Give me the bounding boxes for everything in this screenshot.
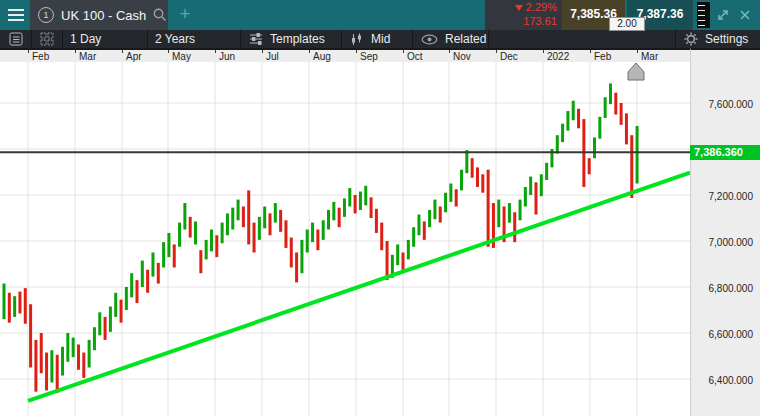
price-bar bbox=[620, 103, 623, 125]
price-bar bbox=[167, 233, 170, 257]
price-bar bbox=[56, 355, 59, 393]
x-axis-tick bbox=[28, 50, 29, 53]
x-axis-tick bbox=[496, 50, 497, 53]
price-bar bbox=[412, 227, 415, 247]
expand-window-icon[interactable] bbox=[715, 7, 731, 23]
chart-list-button[interactable] bbox=[0, 30, 32, 48]
spread-badge: 2.00 bbox=[609, 17, 645, 31]
price-bar bbox=[66, 333, 69, 362]
instrument-title: UK 100 - Cash bbox=[61, 8, 146, 23]
price-chart[interactable] bbox=[0, 48, 690, 416]
price-bar bbox=[61, 347, 64, 376]
price-bar bbox=[316, 230, 319, 251]
price-bar bbox=[593, 138, 596, 159]
price-bar bbox=[221, 223, 224, 244]
price-bar bbox=[274, 203, 277, 223]
layout-grid-button[interactable] bbox=[32, 30, 63, 48]
price-bar bbox=[8, 293, 11, 323]
current-price-label: 7,386.360 bbox=[690, 145, 760, 160]
price-bar bbox=[609, 83, 612, 104]
templates-button[interactable]: Templates bbox=[241, 30, 342, 48]
x-axis-label: Jun bbox=[219, 51, 235, 62]
related-button[interactable]: Related bbox=[413, 30, 489, 48]
price-bar bbox=[125, 287, 128, 310]
price-bar bbox=[77, 345, 80, 370]
price-bar bbox=[18, 292, 21, 314]
price-bar bbox=[455, 189, 458, 206]
window-header: 1 UK 100 - Cash + 2.29% 173.61 7,385.36 … bbox=[0, 0, 760, 30]
price-bar bbox=[375, 209, 378, 233]
x-axis-tick bbox=[637, 50, 638, 53]
settings-button[interactable]: Settings bbox=[676, 30, 760, 48]
x-axis-label: Nov bbox=[453, 51, 471, 62]
price-bar bbox=[433, 200, 436, 220]
price-bar bbox=[13, 296, 16, 317]
y-axis[interactable]: 7,600.0007,200.0007,000.0006,800.0006,60… bbox=[690, 48, 760, 416]
templates-label: Templates bbox=[263, 32, 331, 46]
hamburger-menu-button[interactable] bbox=[0, 0, 30, 30]
related-label: Related bbox=[438, 32, 492, 46]
price-bar bbox=[183, 203, 186, 229]
price-bar bbox=[247, 190, 250, 244]
price-bar bbox=[72, 338, 75, 358]
price-bar bbox=[24, 288, 27, 324]
price-bar bbox=[45, 353, 48, 391]
price-bar bbox=[322, 220, 325, 240]
price-bar bbox=[630, 135, 633, 198]
price-bar bbox=[242, 207, 245, 228]
price-bar bbox=[104, 317, 107, 340]
x-axis-label: Feb bbox=[32, 51, 49, 62]
instrument-number-badge: 1 bbox=[38, 7, 54, 23]
price-bar bbox=[205, 240, 208, 260]
price-bar bbox=[423, 221, 426, 239]
price-bar bbox=[210, 230, 213, 252]
price-bar bbox=[572, 101, 575, 121]
price-bar bbox=[370, 197, 373, 218]
price-bar bbox=[529, 177, 532, 195]
price-bar bbox=[598, 117, 601, 139]
price-bar bbox=[556, 135, 559, 153]
instrument-tab[interactable]: 1 UK 100 - Cash bbox=[30, 0, 168, 30]
price-bar bbox=[114, 293, 117, 317]
add-tab-button[interactable]: + bbox=[174, 0, 196, 30]
x-axis-tick bbox=[543, 50, 544, 53]
price-bar bbox=[460, 170, 463, 191]
price-bar bbox=[284, 220, 287, 248]
interval-selector[interactable]: 1 Day bbox=[63, 30, 148, 48]
ladder-icon[interactable] bbox=[697, 2, 710, 28]
y-axis-label: 7,200.000 bbox=[709, 191, 754, 202]
x-axis-label: Oct bbox=[407, 51, 423, 62]
price-bar bbox=[540, 174, 543, 196]
price-bar bbox=[407, 240, 410, 260]
price-bar bbox=[263, 207, 266, 229]
x-axis-tick bbox=[75, 50, 76, 53]
price-type-button[interactable]: Mid bbox=[342, 30, 413, 48]
price-bar bbox=[120, 300, 123, 323]
price-bar bbox=[189, 217, 192, 238]
price-bar bbox=[141, 261, 144, 287]
price-bar bbox=[417, 215, 420, 236]
y-axis-label: 7,600.000 bbox=[709, 99, 754, 110]
x-axis-tick bbox=[215, 50, 216, 53]
x-axis-tick bbox=[262, 50, 263, 53]
price-bar bbox=[194, 221, 197, 244]
price-bar bbox=[300, 240, 303, 273]
close-window-icon[interactable] bbox=[737, 7, 753, 23]
range-selector[interactable]: 2 Years bbox=[148, 30, 241, 48]
y-axis-label: 6,800.000 bbox=[709, 283, 754, 294]
price-bar bbox=[481, 174, 484, 192]
price-bar bbox=[130, 273, 133, 297]
price-bar bbox=[402, 253, 405, 270]
price-bar bbox=[508, 203, 511, 223]
price-bar bbox=[386, 241, 389, 280]
price-bar bbox=[428, 210, 431, 227]
price-bar bbox=[566, 111, 569, 131]
search-icon[interactable] bbox=[152, 7, 168, 23]
price-bar bbox=[625, 113, 628, 144]
price-bar bbox=[151, 253, 154, 277]
price-bar bbox=[636, 126, 639, 184]
price-bar bbox=[231, 208, 234, 230]
price-bar bbox=[279, 210, 282, 232]
x-axis-tick bbox=[356, 50, 357, 53]
x-axis-label: Aug bbox=[313, 51, 331, 62]
